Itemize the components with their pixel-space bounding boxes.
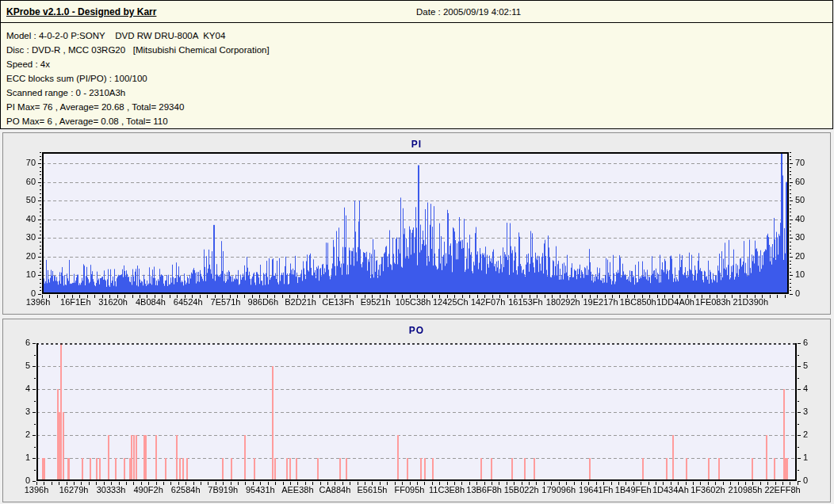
pi-chart-canvas: [3, 133, 830, 314]
info-line-model: Model : 4-0-2-0 P:SONY DVD RW DRU-800A K…: [6, 29, 832, 43]
po-chart-canvas: [3, 319, 830, 502]
info-line-speed: Speed : 4x: [6, 57, 832, 71]
app-title: KProbe v2.1.0 - Designed by Karr: [6, 6, 156, 17]
info-line-range: Scanned range : 0 - 2310A3h: [6, 86, 832, 100]
po-chart-panel: PO: [2, 319, 831, 502]
info-line-ecc: ECC blocks sum (PI/PO) : 100/100: [6, 71, 832, 86]
title-bar: KProbe v2.1.0 - Designed by Karr Date : …: [0, 0, 833, 23]
scan-info-panel: Model : 4-0-2-0 P:SONY DVD RW DRU-800A K…: [0, 22, 833, 129]
pi-chart-title: PI: [3, 139, 830, 150]
info-line-pi-stats: PI Max= 76 , Average= 20.68 , Total= 293…: [6, 100, 832, 114]
pi-chart-panel: PI: [2, 132, 831, 315]
scan-date: Date : 2005/09/19 4:02:11: [416, 7, 521, 17]
po-chart-title: PO: [3, 325, 830, 336]
info-line-po-stats: PO Max= 6 , Average= 0.08 , Total= 110: [6, 114, 832, 128]
kprobe-window: KProbe v2.1.0 - Designed by Karr Date : …: [0, 0, 834, 504]
info-line-disc: Disc : DVD-R , MCC 03RG20 [Mitsubishi Ch…: [6, 43, 832, 57]
